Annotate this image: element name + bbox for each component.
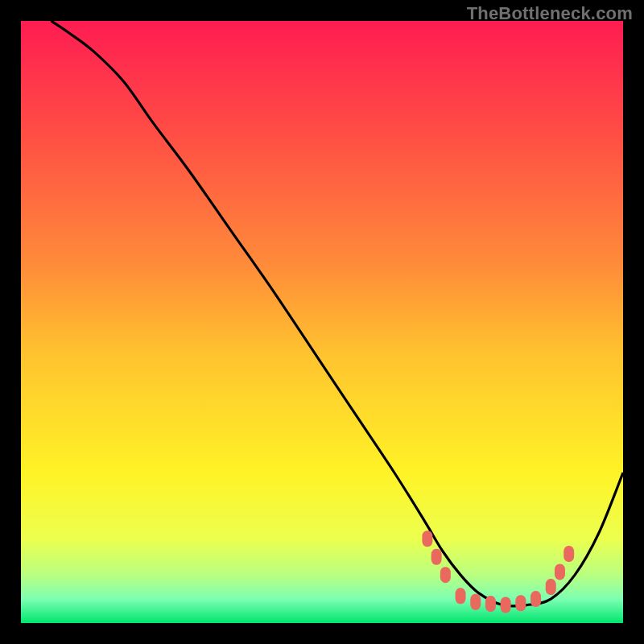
highlight-dot xyxy=(470,594,481,610)
gradient-background xyxy=(21,21,623,623)
highlight-dot xyxy=(530,591,541,607)
watermark-text: TheBottleneck.com xyxy=(467,3,633,24)
highlight-dot xyxy=(564,546,574,562)
highlight-dot xyxy=(422,530,432,547)
chart-frame xyxy=(21,21,623,623)
highlight-dot xyxy=(456,588,466,604)
chart-canvas xyxy=(21,21,623,623)
highlight-dot xyxy=(485,596,496,612)
highlight-dot xyxy=(515,595,526,611)
highlight-dot xyxy=(431,549,442,565)
highlight-dot xyxy=(440,567,451,583)
highlight-dot xyxy=(546,579,556,595)
highlight-dot xyxy=(555,564,565,580)
highlight-dot xyxy=(501,597,511,613)
